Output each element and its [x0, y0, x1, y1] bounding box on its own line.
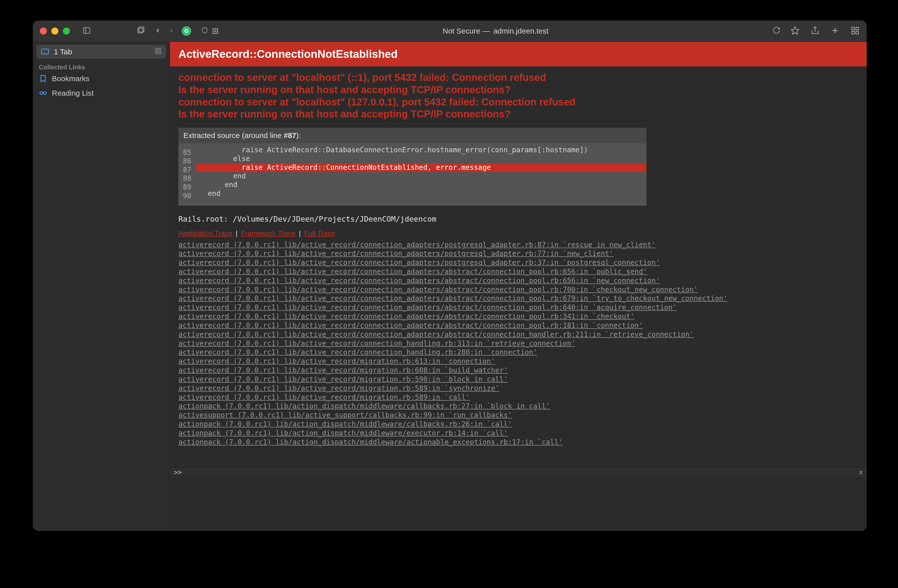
extracted-source-box: Extracted source (around line #87): 8586… [178, 128, 646, 205]
trace-line[interactable]: actionpack (7.0.0.rc1) lib/action_dispat… [178, 420, 858, 429]
trace-line[interactable]: activerecord (7.0.0.rc1) lib/active_reco… [178, 267, 858, 276]
svg-marker-7 [791, 27, 799, 34]
svg-point-21 [40, 92, 43, 94]
svg-rect-13 [852, 31, 855, 34]
error-msg-line: connection to server at "localhost" (127… [178, 97, 575, 107]
trace-line[interactable]: activerecord (7.0.0.rc1) lib/active_reco… [178, 321, 858, 330]
separator: | [297, 229, 302, 237]
trace-line[interactable]: activerecord (7.0.0.rc1) lib/active_reco… [178, 249, 858, 258]
privacy-shield-icon[interactable] [201, 27, 208, 35]
line-numbers: 858687888990 [178, 143, 196, 205]
trace-line[interactable]: actionpack (7.0.0.rc1) lib/action_dispat… [178, 438, 858, 447]
site-settings-icon[interactable] [212, 28, 219, 35]
line-number: 85 [181, 146, 193, 157]
sidebar-item-label: Bookmarks [52, 74, 89, 83]
reload-button[interactable] [772, 26, 781, 36]
svg-rect-20 [158, 51, 161, 53]
error-msg-line: Is the server running on that host and a… [178, 84, 511, 95]
trace-line[interactable]: activerecord (7.0.0.rc1) lib/active_reco… [178, 240, 858, 249]
address-bar[interactable]: Not Secure — admin.jdeen.test [201, 26, 781, 36]
code-lines: raise ActiveRecord::DatabaseConnectionEr… [196, 143, 646, 205]
trace-line[interactable]: activerecord (7.0.0.rc1) lib/active_reco… [178, 393, 858, 402]
nav-controls: G [155, 26, 191, 36]
svg-rect-4 [213, 29, 218, 34]
code-line: end [196, 172, 646, 181]
console-prompt[interactable]: >> [174, 468, 181, 476]
code-line: raise ActiveRecord::DatabaseConnectionEr… [196, 143, 646, 155]
source-header: Extracted source (around line #87): [178, 128, 646, 143]
trace-line[interactable]: activerecord (7.0.0.rc1) lib/active_reco… [178, 339, 858, 348]
url-host: admin.jdeen.test [494, 27, 549, 35]
code-line: raise ActiveRecord::ConnectionNotEstabli… [196, 163, 646, 172]
sidebar-toggle-icon[interactable] [82, 26, 91, 36]
extension-grammarly-icon[interactable]: G [181, 26, 191, 36]
trace-line[interactable]: activerecord (7.0.0.rc1) lib/active_reco… [178, 312, 858, 321]
trace-line[interactable]: activerecord (7.0.0.rc1) lib/active_reco… [178, 384, 858, 393]
error-title: ActiveRecord::ConnectionNotEstablished [170, 42, 867, 66]
trace-line[interactable]: activerecord (7.0.0.rc1) lib/active_reco… [178, 285, 858, 294]
svg-rect-19 [155, 51, 158, 53]
sidebar-item-bookmarks[interactable]: Bookmarks [33, 71, 170, 86]
svg-rect-14 [856, 31, 859, 34]
page-scroll[interactable]: ActiveRecord::ConnectionNotEstablished c… [170, 42, 867, 467]
code-line: else [196, 155, 646, 163]
svg-rect-17 [155, 48, 158, 50]
tab-grid-icon[interactable] [850, 26, 860, 36]
trace-line[interactable]: activesupport (7.0.0.rc1) lib/active_sup… [178, 411, 858, 420]
trace-line[interactable]: activerecord (7.0.0.rc1) lib/active_reco… [178, 357, 858, 366]
trace-line[interactable]: activerecord (7.0.0.rc1) lib/active_reco… [178, 366, 858, 375]
trace-tab-full[interactable]: Full Trace [304, 229, 335, 237]
trace-line[interactable]: activerecord (7.0.0.rc1) lib/active_reco… [178, 276, 858, 285]
url-security-label: Not Secure — [443, 27, 490, 35]
error-msg-line: Is the server running on that host and a… [178, 108, 511, 120]
page-content: ActiveRecord::ConnectionNotEstablished c… [170, 42, 867, 531]
sidebar-tab-grid-icon[interactable] [155, 47, 161, 56]
error-msg-line: connection to server at "localhost" (::1… [178, 72, 546, 83]
bookmark-star-icon[interactable] [790, 26, 800, 36]
line-number: 86 [181, 157, 193, 166]
trace-tab-application[interactable]: Application Trace [178, 229, 232, 237]
source-header-prefix: Extracted source (around line [183, 131, 284, 140]
trace-line[interactable]: activerecord (7.0.0.rc1) lib/active_reco… [178, 330, 858, 339]
trace-list: activerecord (7.0.0.rc1) lib/active_reco… [170, 239, 867, 452]
svg-rect-12 [856, 27, 859, 30]
tab-overview-icon[interactable] [136, 26, 145, 36]
close-window-button[interactable] [40, 28, 47, 35]
back-button[interactable] [155, 27, 161, 35]
trace-line[interactable]: activerecord (7.0.0.rc1) lib/active_reco… [178, 348, 858, 357]
new-tab-icon[interactable] [830, 26, 840, 36]
trace-line[interactable]: activerecord (7.0.0.rc1) lib/active_reco… [178, 258, 858, 267]
svg-rect-15 [42, 49, 49, 54]
forward-button[interactable] [168, 27, 175, 35]
web-console-bar: >> x [170, 467, 867, 477]
share-icon[interactable] [810, 26, 820, 36]
trace-line[interactable]: actionpack (7.0.0.rc1) lib/action_dispat… [178, 402, 858, 411]
trace-line[interactable]: actionpack (7.0.0.rc1) lib/action_dispat… [178, 429, 858, 438]
svg-rect-18 [158, 48, 161, 50]
svg-rect-11 [852, 27, 855, 30]
trace-line[interactable]: activerecord (7.0.0.rc1) lib/active_reco… [178, 294, 858, 303]
line-number: 90 [181, 192, 193, 203]
sidebar-section-label: Collected Links [33, 60, 170, 71]
sidebar-item-reading-list[interactable]: Reading List [33, 86, 170, 100]
titlebar: G Not Secure — admin.jdeen.test [33, 20, 867, 42]
sidebar-open-tab[interactable]: 1 Tab [36, 45, 166, 58]
separator: | [234, 229, 239, 237]
sidebar-tab-label: 1 Tab [54, 48, 72, 56]
line-number: 87 [181, 166, 193, 175]
error-message: connection to server at "localhost" (::1… [170, 66, 867, 122]
minimize-window-button[interactable] [51, 28, 58, 35]
trace-line[interactable]: activerecord (7.0.0.rc1) lib/active_reco… [178, 375, 858, 384]
console-close-button[interactable]: x [859, 469, 863, 476]
maximize-window-button[interactable] [63, 28, 70, 35]
toolbar-right [790, 26, 860, 36]
line-number: 88 [181, 174, 193, 183]
code-line: end [196, 189, 646, 201]
svg-rect-0 [83, 28, 90, 34]
trace-tab-framework[interactable]: Framework Trace [241, 229, 296, 237]
browser-window: G Not Secure — admin.jdeen.test [33, 20, 867, 531]
web-console-body[interactable] [170, 477, 867, 531]
trace-line[interactable]: activerecord (7.0.0.rc1) lib/active_reco… [178, 303, 858, 312]
line-number: 89 [181, 183, 193, 192]
source-header-line: #87 [284, 131, 296, 140]
